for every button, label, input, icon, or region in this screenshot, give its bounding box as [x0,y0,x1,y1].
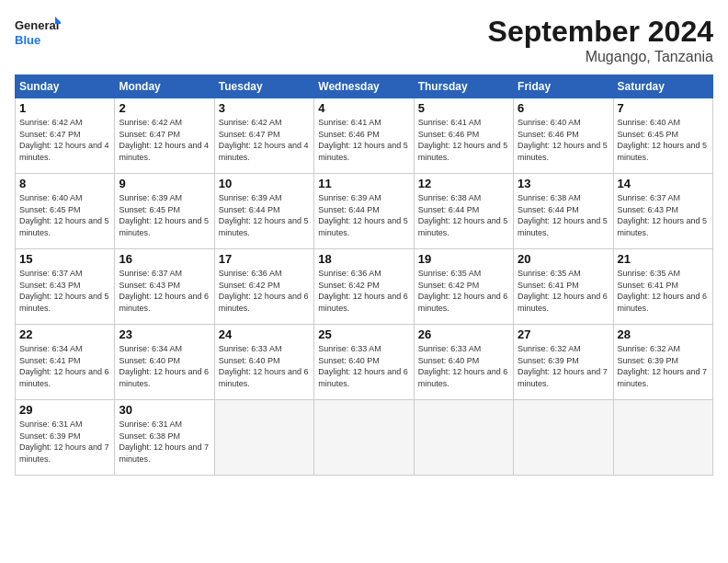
calendar-table: Sunday Monday Tuesday Wednesday Thursday… [15,75,713,476]
table-row: 5 Sunrise: 6:41 AM Sunset: 6:46 PM Dayli… [414,98,513,174]
calendar-row: 1 Sunrise: 6:42 AM Sunset: 6:47 PM Dayli… [16,98,713,174]
day-number: 15 [19,252,110,266]
table-row: 22 Sunrise: 6:34 AM Sunset: 6:41 PM Dayl… [16,325,115,400]
col-monday: Monday [115,75,214,98]
col-wednesday: Wednesday [314,75,414,98]
cell-info: Sunrise: 6:33 AM Sunset: 6:40 PM Dayligh… [219,343,310,389]
day-number: 12 [418,177,509,190]
cell-info: Sunrise: 6:31 AM Sunset: 6:39 PM Dayligh… [19,419,110,465]
day-number: 3 [219,101,310,115]
table-row: 9 Sunrise: 6:39 AM Sunset: 6:45 PM Dayli… [115,174,214,249]
table-row: 13 Sunrise: 6:38 AM Sunset: 6:44 PM Dayl… [514,174,613,249]
table-row: 18 Sunrise: 6:36 AM Sunset: 6:42 PM Dayl… [314,249,414,325]
day-number: 23 [119,327,210,341]
day-number: 11 [318,177,409,190]
calendar-row: 29 Sunrise: 6:31 AM Sunset: 6:39 PM Dayl… [16,400,713,476]
table-row [314,400,414,476]
cell-info: Sunrise: 6:41 AM Sunset: 6:46 PM Dayligh… [318,117,409,163]
col-friday: Friday [514,75,613,98]
cell-info: Sunrise: 6:34 AM Sunset: 6:41 PM Dayligh… [19,343,110,389]
table-row: 8 Sunrise: 6:40 AM Sunset: 6:45 PM Dayli… [16,174,115,249]
svg-text:Blue: Blue [15,33,40,47]
day-number: 25 [318,327,409,341]
table-row: 11 Sunrise: 6:39 AM Sunset: 6:44 PM Dayl… [314,174,414,249]
cell-info: Sunrise: 6:36 AM Sunset: 6:42 PM Dayligh… [219,268,310,314]
table-row: 19 Sunrise: 6:35 AM Sunset: 6:42 PM Dayl… [414,249,513,325]
day-number: 20 [518,252,609,266]
header: General Blue September 2024 Mugango, Tan… [15,15,713,65]
day-number: 18 [318,252,409,266]
table-row [613,400,712,476]
cell-info: Sunrise: 6:39 AM Sunset: 6:44 PM Dayligh… [219,192,310,238]
table-row: 4 Sunrise: 6:41 AM Sunset: 6:46 PM Dayli… [314,98,414,174]
table-row: 12 Sunrise: 6:38 AM Sunset: 6:44 PM Dayl… [414,174,513,249]
day-number: 29 [19,403,110,417]
day-number: 30 [119,403,210,417]
table-row: 17 Sunrise: 6:36 AM Sunset: 6:42 PM Dayl… [214,249,313,325]
day-number: 10 [219,177,310,190]
table-row: 14 Sunrise: 6:37 AM Sunset: 6:43 PM Dayl… [613,174,712,249]
cell-info: Sunrise: 6:35 AM Sunset: 6:41 PM Dayligh… [618,268,709,314]
cell-info: Sunrise: 6:33 AM Sunset: 6:40 PM Dayligh… [318,343,409,389]
table-row [214,400,313,476]
table-row: 15 Sunrise: 6:37 AM Sunset: 6:43 PM Dayl… [16,249,115,325]
day-number: 24 [219,327,310,341]
page: General Blue September 2024 Mugango, Tan… [0,0,728,563]
col-thursday: Thursday [414,75,513,98]
table-row: 30 Sunrise: 6:31 AM Sunset: 6:38 PM Dayl… [115,400,214,476]
cell-info: Sunrise: 6:31 AM Sunset: 6:38 PM Dayligh… [119,419,210,465]
cell-info: Sunrise: 6:42 AM Sunset: 6:47 PM Dayligh… [219,117,310,163]
month-title: September 2024 [488,15,713,49]
cell-info: Sunrise: 6:40 AM Sunset: 6:45 PM Dayligh… [19,192,110,238]
table-row: 26 Sunrise: 6:33 AM Sunset: 6:40 PM Dayl… [414,325,513,400]
logo-svg: General Blue [15,15,61,52]
day-number: 2 [119,101,210,115]
cell-info: Sunrise: 6:32 AM Sunset: 6:39 PM Dayligh… [518,343,609,389]
day-number: 1 [19,101,110,115]
cell-info: Sunrise: 6:36 AM Sunset: 6:42 PM Dayligh… [318,268,409,314]
cell-info: Sunrise: 6:40 AM Sunset: 6:45 PM Dayligh… [618,117,709,163]
table-row: 7 Sunrise: 6:40 AM Sunset: 6:45 PM Dayli… [613,98,712,174]
table-row: 1 Sunrise: 6:42 AM Sunset: 6:47 PM Dayli… [16,98,115,174]
day-number: 26 [418,327,509,341]
cell-info: Sunrise: 6:42 AM Sunset: 6:47 PM Dayligh… [119,117,210,163]
cell-info: Sunrise: 6:37 AM Sunset: 6:43 PM Dayligh… [119,268,210,314]
cell-info: Sunrise: 6:41 AM Sunset: 6:46 PM Dayligh… [418,117,509,163]
day-number: 7 [618,101,709,115]
cell-info: Sunrise: 6:35 AM Sunset: 6:42 PM Dayligh… [418,268,509,314]
day-number: 21 [618,252,709,266]
day-number: 6 [518,101,609,115]
day-number: 22 [19,327,110,341]
day-number: 19 [418,252,509,266]
title-block: September 2024 Mugango, Tanzania [488,15,713,65]
cell-info: Sunrise: 6:37 AM Sunset: 6:43 PM Dayligh… [19,268,110,314]
table-row: 25 Sunrise: 6:33 AM Sunset: 6:40 PM Dayl… [314,325,414,400]
cell-info: Sunrise: 6:37 AM Sunset: 6:43 PM Dayligh… [618,192,709,238]
cell-info: Sunrise: 6:32 AM Sunset: 6:39 PM Dayligh… [618,343,709,389]
cell-info: Sunrise: 6:34 AM Sunset: 6:40 PM Dayligh… [119,343,210,389]
cell-info: Sunrise: 6:33 AM Sunset: 6:40 PM Dayligh… [418,343,509,389]
day-number: 14 [618,177,709,190]
table-row: 10 Sunrise: 6:39 AM Sunset: 6:44 PM Dayl… [214,174,313,249]
day-number: 5 [418,101,509,115]
table-row: 21 Sunrise: 6:35 AM Sunset: 6:41 PM Dayl… [613,249,712,325]
table-row: 2 Sunrise: 6:42 AM Sunset: 6:47 PM Dayli… [115,98,214,174]
svg-text:General: General [15,18,59,32]
table-row: 3 Sunrise: 6:42 AM Sunset: 6:47 PM Dayli… [214,98,313,174]
day-number: 17 [219,252,310,266]
table-row: 16 Sunrise: 6:37 AM Sunset: 6:43 PM Dayl… [115,249,214,325]
cell-info: Sunrise: 6:38 AM Sunset: 6:44 PM Dayligh… [518,192,609,238]
cell-info: Sunrise: 6:38 AM Sunset: 6:44 PM Dayligh… [418,192,509,238]
table-row [414,400,513,476]
table-row: 29 Sunrise: 6:31 AM Sunset: 6:39 PM Dayl… [16,400,115,476]
logo: General Blue [15,15,61,52]
table-row: 27 Sunrise: 6:32 AM Sunset: 6:39 PM Dayl… [514,325,613,400]
cell-info: Sunrise: 6:39 AM Sunset: 6:44 PM Dayligh… [318,192,409,238]
table-row: 24 Sunrise: 6:33 AM Sunset: 6:40 PM Dayl… [214,325,313,400]
day-number: 9 [119,177,210,190]
cell-info: Sunrise: 6:39 AM Sunset: 6:45 PM Dayligh… [119,192,210,238]
location-subtitle: Mugango, Tanzania [488,49,713,65]
calendar-header-row: Sunday Monday Tuesday Wednesday Thursday… [16,75,713,98]
col-saturday: Saturday [613,75,712,98]
col-tuesday: Tuesday [214,75,313,98]
